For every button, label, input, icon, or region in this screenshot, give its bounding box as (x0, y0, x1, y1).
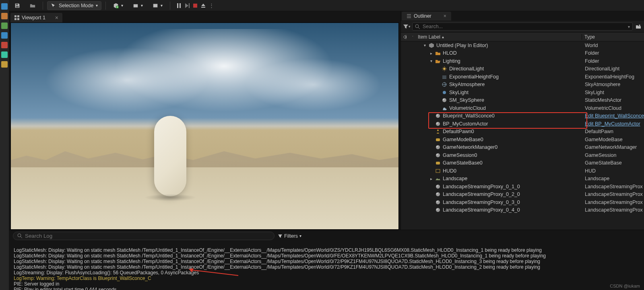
world-icon (428, 42, 435, 49)
skylight-icon (441, 89, 448, 96)
outliner-row[interactable]: SkyAtmosphereSkyAtmosphere (401, 81, 644, 89)
marketplace-dropdown[interactable]: ▾ (130, 2, 146, 10)
close-icon[interactable]: × (444, 13, 446, 19)
outliner-item-label: SM_SkySphere (449, 97, 484, 103)
outliner-row[interactable]: LandscapeStreamingProxy_0_4_0LandscapeSt… (401, 206, 644, 214)
type-text: StaticMeshActor (585, 97, 621, 103)
outliner-row[interactable]: GameStateBase0GameStateBase (401, 159, 644, 167)
search-icon (17, 233, 23, 239)
pause-button[interactable] (176, 2, 182, 9)
type-text: DefaultPawn (585, 129, 613, 134)
outliner-item-label: Untitled (Play In Editor) (436, 43, 488, 48)
eye-column-icon[interactable] (401, 34, 409, 40)
type-text: SkyAtmosphere (585, 82, 620, 87)
log-search[interactable] (13, 232, 275, 240)
type-text: Folder (585, 58, 599, 64)
close-icon[interactable]: × (55, 14, 58, 21)
outliner-row[interactable]: Blueprint_WallSconce0Edit Blueprint_Wall… (401, 112, 644, 120)
outliner-item-label: Landscape (443, 176, 467, 181)
outliner-row[interactable]: ▸LandscapeLandscape (401, 175, 644, 183)
main-toolbar: Selection Mode ▾ ▾ ▾ ▾ ⋮ (9, 0, 644, 11)
outliner-search[interactable]: ▾ (412, 23, 633, 31)
overflow-icon[interactable]: ⋮ (208, 2, 215, 9)
svg-rect-33 (436, 169, 440, 173)
type-text: Folder (585, 50, 599, 56)
outliner-row[interactable]: SM_SkySphereStaticMeshActor (401, 97, 644, 105)
cinematics-dropdown[interactable]: ▾ (149, 2, 166, 10)
search-input[interactable] (423, 24, 625, 29)
log-line: PIE: Server logged in (14, 281, 59, 287)
eject-button[interactable] (200, 2, 206, 9)
stop-button[interactable] (192, 2, 198, 9)
outliner-row[interactable]: BP_MyCustomActorEdit BP_MyCustomActor (401, 120, 644, 128)
log-line: LogStaticMesh: Display: Waiting on stati… (14, 259, 540, 264)
svg-point-14 (415, 25, 419, 28)
log-search-input[interactable] (25, 233, 270, 239)
svg-point-35 (436, 185, 438, 186)
outliner-tab[interactable]: Outliner × (402, 12, 451, 21)
selection-mode-label: Selection Mode (59, 3, 93, 8)
fog-icon (441, 74, 448, 80)
outliner-row[interactable]: HUD0HUD (401, 167, 644, 175)
outliner-row[interactable]: LandscapeStreamingProxy_0_2_0LandscapeSt… (401, 191, 644, 199)
log-output[interactable]: LogStaticMesh: Display: Waiting on stati… (9, 242, 644, 290)
svg-rect-3 (134, 4, 138, 7)
svg-rect-10 (14, 15, 17, 17)
outliner-item-label: GameModeBase0 (443, 137, 483, 142)
type-text: ExponentialHeightFog (585, 74, 634, 80)
log-panel: Filters ▾ LogStaticMesh: Display: Waitin… (9, 230, 644, 290)
svg-rect-6 (180, 3, 181, 8)
save-icon[interactable] (11, 2, 23, 10)
log-line: LogStreaming: Display: FlushAsyncLoading… (14, 270, 199, 276)
filters-dropdown[interactable]: Filters ▾ (278, 233, 301, 239)
outliner-row[interactable]: ExponentialHeightFogExponentialHeightFog (401, 73, 644, 81)
sphere-icon (435, 144, 441, 150)
outliner-row[interactable]: ▾LightingFolder (401, 57, 644, 65)
list-icon (407, 14, 411, 19)
outliner-item-label: Lighting (443, 58, 460, 64)
outliner-row[interactable]: DirectionalLightDirectionalLight (401, 65, 644, 73)
viewport-3d[interactable] (10, 23, 399, 230)
atmo-icon (441, 81, 448, 88)
outliner-row[interactable]: GameSession0GameSession (401, 151, 644, 159)
header-type[interactable]: Type (582, 34, 644, 40)
outliner-row[interactable]: GameModeBase0GameModeBase (401, 136, 644, 144)
pin-column-icon[interactable] (409, 35, 415, 39)
sphere-icon (435, 152, 441, 158)
svg-point-30 (436, 153, 440, 157)
outliner-item-label: SkyAtmosphere (449, 82, 485, 87)
add-content-dropdown[interactable]: ▾ (110, 2, 126, 10)
log-line-warning: LogTemp: Warning: TempActorClass is Blue… (14, 276, 151, 281)
app-side-strip (0, 0, 9, 290)
type-link[interactable]: Edit BP_MyCustomActor (585, 121, 640, 127)
header-item-label[interactable]: Item Label▴ (415, 34, 582, 40)
search-icon (415, 24, 420, 29)
viewport-tab[interactable]: Viewport 1 × (10, 13, 62, 23)
svg-rect-12 (14, 18, 17, 20)
game-icon (435, 160, 441, 166)
outliner-row[interactable]: ▸HLODFolder (401, 49, 644, 58)
type-text: GameModeBase (585, 137, 623, 142)
outliner-item-label: Blueprint_WallSconce0 (443, 113, 495, 119)
type-link[interactable]: Edit Blueprint_WallSconce (585, 113, 644, 119)
outliner-row[interactable]: VolumetricCloudVolumetricCloud (401, 104, 644, 112)
filter-icon[interactable]: ▾ (402, 23, 411, 31)
outliner-row[interactable]: GameNetworkManager0GameNetworkManager (401, 144, 644, 152)
outliner-row[interactable]: LandscapeStreamingProxy_0_1_0LandscapeSt… (401, 183, 644, 191)
step-button[interactable] (184, 2, 190, 9)
outliner-row[interactable]: LandscapeStreamingProxy_0_3_0LandscapeSt… (401, 198, 644, 206)
outliner-item-label: SkyLight (449, 90, 469, 95)
outliner-row[interactable]: ▾Untitled (Play In Editor)World (401, 41, 644, 49)
outliner-item-label: BP_MyCustomActor (443, 121, 488, 127)
sphere-icon (435, 207, 441, 213)
sphere-icon (441, 97, 448, 103)
svg-point-39 (436, 201, 438, 202)
selection-mode-dropdown[interactable]: Selection Mode ▾ (47, 1, 101, 10)
chevron-down-icon[interactable]: ▾ (628, 25, 630, 29)
outliner-row[interactable]: DefaultPawn0DefaultPawn (401, 128, 644, 136)
add-folder-button[interactable] (634, 23, 642, 31)
viewport-tab-label: Viewport 1 (22, 15, 45, 21)
browse-icon[interactable] (27, 2, 39, 10)
cloud-icon (441, 105, 448, 111)
outliner-row[interactable]: SkyLightSkyLight (401, 88, 644, 97)
